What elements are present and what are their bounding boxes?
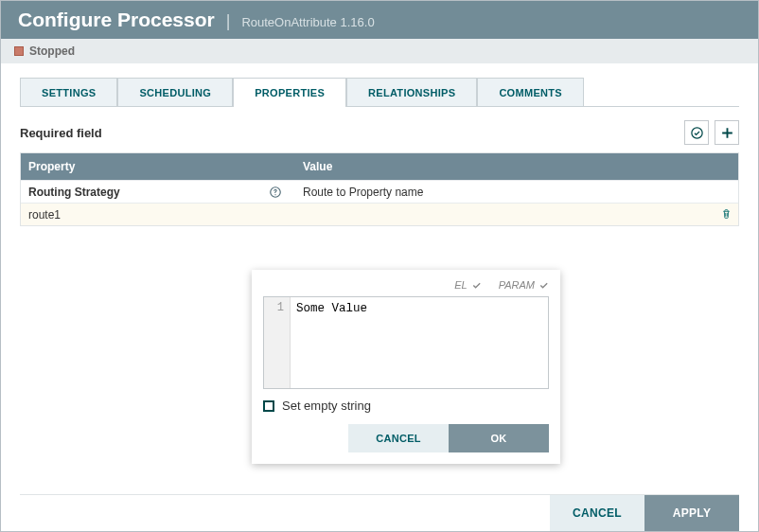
param-label: PARAM bbox=[499, 279, 535, 291]
editor-gutter: 1 bbox=[264, 297, 291, 388]
svg-point-2 bbox=[274, 194, 275, 195]
status-bar: Stopped bbox=[1, 39, 758, 64]
value-textarea[interactable] bbox=[291, 297, 548, 388]
editor-flags: EL PARAM bbox=[263, 279, 549, 291]
required-field-label: Required field bbox=[20, 126, 679, 140]
tab-bar: SETTINGS SCHEDULING PROPERTIES RELATIONS… bbox=[20, 78, 739, 107]
tab-properties[interactable]: PROPERTIES bbox=[233, 78, 346, 107]
set-empty-row[interactable]: Set empty string bbox=[263, 399, 549, 413]
el-supported-flag: EL bbox=[454, 279, 481, 291]
value-editor-popup: EL PARAM 1 Set empty string CANCEL bbox=[252, 270, 560, 464]
tab-underline bbox=[20, 106, 739, 107]
tab-relationships[interactable]: RELATIONSHIPS bbox=[346, 78, 477, 107]
dialog-header: Configure Processor | RouteOnAttribute 1… bbox=[1, 1, 758, 39]
processor-type-label: RouteOnAttribute 1.16.0 bbox=[241, 15, 374, 29]
properties-table: Property Value Routing Strategy Route to… bbox=[20, 152, 739, 226]
apply-button[interactable]: APPLY bbox=[644, 495, 739, 531]
trash-icon bbox=[720, 207, 733, 221]
el-label: EL bbox=[454, 279, 467, 291]
cancel-button[interactable]: CANCEL bbox=[550, 495, 644, 531]
required-row: Required field bbox=[20, 120, 739, 145]
table-header: Property Value bbox=[21, 153, 738, 180]
verify-properties-button[interactable] bbox=[684, 120, 709, 145]
status-text: Stopped bbox=[29, 44, 75, 58]
set-empty-label: Set empty string bbox=[282, 399, 371, 413]
check-icon bbox=[471, 280, 482, 291]
property-value-cell[interactable] bbox=[295, 211, 738, 219]
editor-buttons: CANCEL OK bbox=[263, 424, 549, 452]
add-property-button[interactable] bbox=[715, 120, 739, 145]
property-value: Route to Property name bbox=[303, 186, 423, 199]
column-header-value: Value bbox=[295, 153, 738, 180]
property-name: Routing Strategy bbox=[28, 186, 120, 199]
plus-icon bbox=[720, 126, 734, 140]
property-name-cell: Routing Strategy bbox=[21, 182, 295, 203]
tab-settings[interactable]: SETTINGS bbox=[20, 78, 117, 107]
check-icon bbox=[538, 280, 549, 291]
value-editor: 1 bbox=[263, 296, 549, 389]
gutter-line: 1 bbox=[264, 301, 284, 314]
table-row[interactable]: Routing Strategy Route to Property name bbox=[21, 180, 738, 203]
help-icon[interactable] bbox=[269, 186, 282, 199]
property-value-cell[interactable]: Route to Property name bbox=[295, 182, 738, 203]
svg-point-0 bbox=[691, 127, 701, 137]
delete-property-button[interactable] bbox=[720, 207, 733, 223]
column-header-property: Property bbox=[21, 153, 295, 180]
property-name-cell: route1 bbox=[21, 204, 295, 225]
dialog-footer: CANCEL APPLY bbox=[20, 494, 739, 531]
editor-ok-button[interactable]: OK bbox=[449, 424, 549, 452]
param-supported-flag: PARAM bbox=[499, 279, 549, 291]
dialog-body: SETTINGS SCHEDULING PROPERTIES RELATIONS… bbox=[1, 64, 758, 531]
editor-cancel-button[interactable]: CANCEL bbox=[348, 424, 449, 452]
check-circle-icon bbox=[690, 126, 704, 140]
dialog-configure-processor: Configure Processor | RouteOnAttribute 1… bbox=[0, 0, 759, 532]
stopped-icon bbox=[14, 46, 24, 56]
property-name: route1 bbox=[28, 208, 61, 222]
dialog-title-separator: | bbox=[226, 11, 231, 31]
table-row[interactable]: route1 bbox=[21, 203, 738, 225]
set-empty-checkbox[interactable] bbox=[263, 400, 274, 412]
dialog-title: Configure Processor bbox=[18, 9, 215, 31]
tab-comments[interactable]: COMMENTS bbox=[477, 78, 584, 107]
tab-scheduling[interactable]: SCHEDULING bbox=[117, 78, 233, 107]
